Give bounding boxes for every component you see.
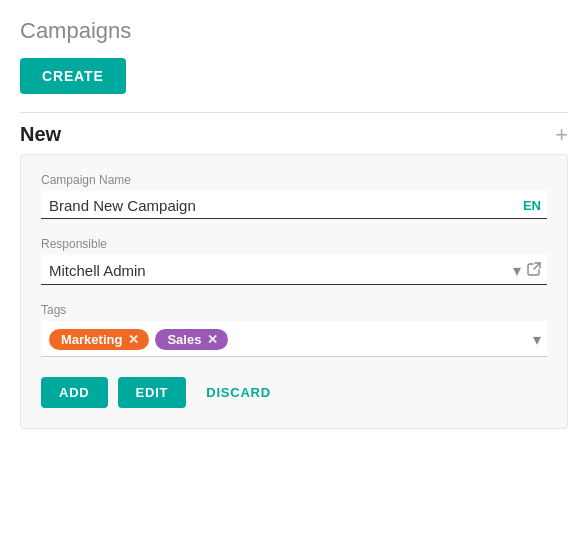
create-button[interactable]: CREATE — [20, 58, 126, 94]
form-actions: ADD EDIT DISCARD — [41, 377, 547, 408]
discard-button[interactable]: DISCARD — [196, 377, 281, 408]
tags-label: Tags — [41, 303, 547, 317]
tags-group: Tags Marketing ✕ Sales ✕ ▾ — [41, 303, 547, 357]
responsible-select-row[interactable]: Mitchell Admin ▾ — [41, 255, 547, 285]
responsible-chevron-icon[interactable]: ▾ — [513, 261, 521, 280]
section-header: New + — [20, 113, 568, 154]
responsible-value: Mitchell Admin — [49, 262, 513, 279]
tag-sales-close-icon[interactable]: ✕ — [207, 332, 218, 347]
add-section-icon[interactable]: + — [555, 124, 568, 146]
campaign-name-input-row: EN — [41, 191, 547, 219]
page-container: Campaigns CREATE New + Campaign Name EN … — [0, 0, 588, 449]
tag-marketing-label: Marketing — [61, 332, 122, 347]
tag-marketing: Marketing ✕ — [49, 329, 149, 350]
responsible-label: Responsible — [41, 237, 547, 251]
tag-sales-label: Sales — [167, 332, 201, 347]
edit-button[interactable]: EDIT — [118, 377, 187, 408]
responsible-select-icons: ▾ — [513, 261, 541, 280]
campaign-name-label: Campaign Name — [41, 173, 547, 187]
campaign-name-group: Campaign Name EN — [41, 173, 547, 219]
language-badge: EN — [523, 198, 541, 213]
section-title: New — [20, 123, 61, 146]
form-card: Campaign Name EN Responsible Mitchell Ad… — [20, 154, 568, 429]
tag-sales: Sales ✕ — [155, 329, 228, 350]
tag-marketing-close-icon[interactable]: ✕ — [128, 332, 139, 347]
tags-row: Marketing ✕ Sales ✕ ▾ — [41, 321, 547, 357]
add-button[interactable]: ADD — [41, 377, 108, 408]
responsible-group: Responsible Mitchell Admin ▾ — [41, 237, 547, 285]
page-title: Campaigns — [20, 18, 568, 44]
campaign-name-input[interactable] — [49, 197, 515, 214]
responsible-external-link-icon[interactable] — [527, 262, 541, 279]
tags-chevron-icon[interactable]: ▾ — [533, 330, 541, 349]
